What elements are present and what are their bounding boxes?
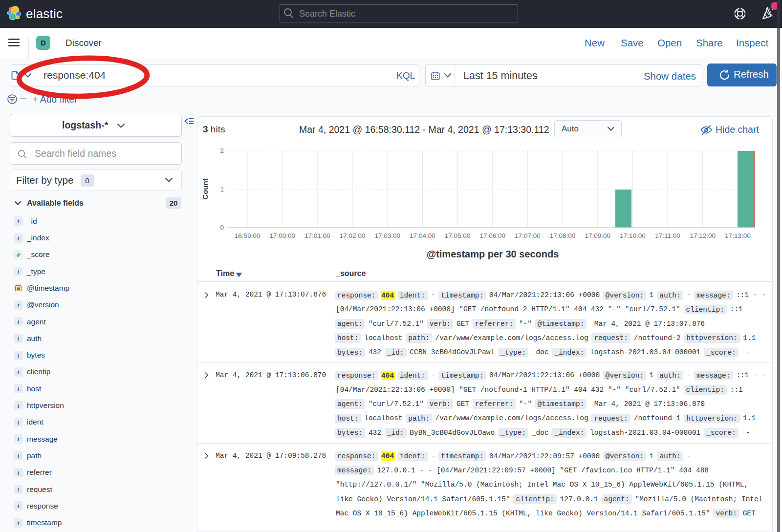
svg-text:17:00:00: 17:00:00 bbox=[269, 232, 295, 239]
svg-text:17:13:00: 17:13:00 bbox=[725, 232, 751, 239]
svg-text:2: 2 bbox=[220, 147, 224, 154]
svg-text:17:10:00: 17:10:00 bbox=[620, 232, 646, 239]
svg-text:17:01:00: 17:01:00 bbox=[304, 232, 330, 239]
svg-text:17:09:00: 17:09:00 bbox=[585, 232, 610, 239]
svg-text:17:05:00: 17:05:00 bbox=[445, 232, 471, 239]
svg-text:17:07:00: 17:07:00 bbox=[515, 232, 541, 239]
svg-text:17:03:00: 17:03:00 bbox=[374, 232, 400, 239]
svg-text:16:59:00: 16:59:00 bbox=[235, 232, 261, 239]
svg-text:0: 0 bbox=[220, 224, 224, 231]
svg-text:17:06:00: 17:06:00 bbox=[479, 232, 505, 239]
svg-text:17:12:00: 17:12:00 bbox=[690, 232, 716, 239]
svg-text:17:11:00: 17:11:00 bbox=[655, 232, 680, 239]
svg-text:1: 1 bbox=[220, 186, 224, 193]
svg-text:Count: Count bbox=[201, 178, 209, 199]
svg-text:17:02:00: 17:02:00 bbox=[340, 232, 366, 239]
svg-text:17:04:00: 17:04:00 bbox=[410, 232, 435, 239]
svg-text:17:08:00: 17:08:00 bbox=[550, 232, 576, 239]
